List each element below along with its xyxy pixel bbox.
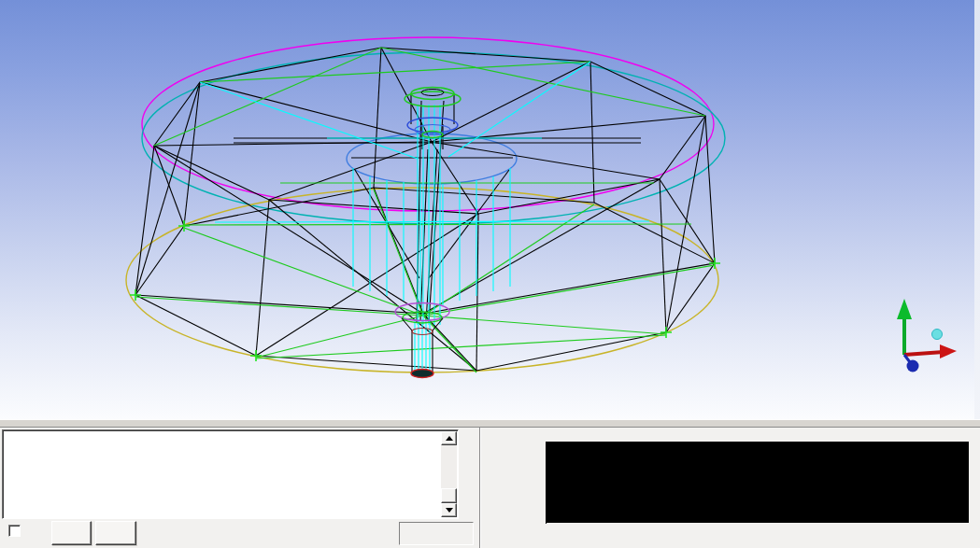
scroll-down-button[interactable] <box>441 503 457 517</box>
model-viewport[interactable] <box>0 0 980 419</box>
z-axis-ball <box>907 360 919 372</box>
log-checkbox[interactable] <box>8 525 21 537</box>
wireframe-model <box>0 0 980 419</box>
down-arrow-icon <box>446 508 453 513</box>
clear-button[interactable] <box>95 521 136 545</box>
x-axis-arrow <box>904 352 944 355</box>
scroll-thumb[interactable] <box>441 488 457 503</box>
scroll-up-button[interactable] <box>441 431 457 445</box>
drive-assembly <box>405 88 461 138</box>
save-button[interactable] <box>51 521 92 545</box>
vertex-markers <box>130 220 720 361</box>
units-indicator <box>399 522 474 545</box>
quality-histogram <box>483 428 980 548</box>
log-controls <box>0 521 477 548</box>
ansys-logo <box>959 13 961 16</box>
histogram-plot[interactable] <box>547 442 969 523</box>
horizontal-splitter[interactable] <box>0 419 980 428</box>
log-scrollbar[interactable] <box>441 431 457 517</box>
vertical-divider[interactable] <box>479 428 481 548</box>
reference-node-sphere <box>932 330 943 340</box>
bottom-panel <box>0 428 980 548</box>
up-arrow-icon <box>446 436 453 441</box>
viewport-right-strip <box>974 0 980 419</box>
coordinate-triad <box>897 299 957 372</box>
message-log[interactable] <box>2 429 459 519</box>
